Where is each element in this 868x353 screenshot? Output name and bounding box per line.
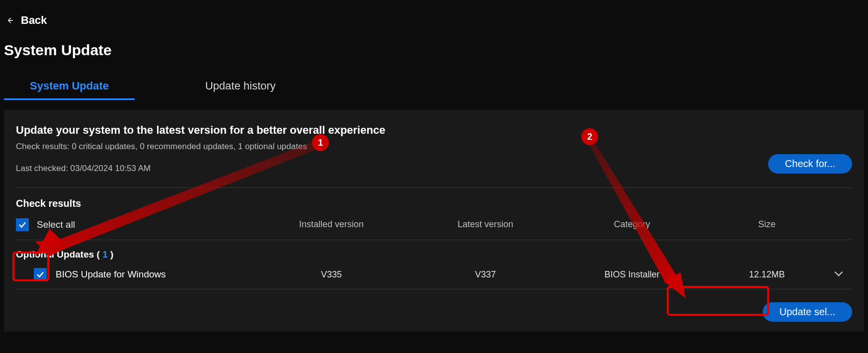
update-selected-button[interactable]: Update sel... — [763, 302, 852, 322]
optional-updates-group: Optional Updates ( 1 ) — [16, 249, 852, 260]
item-checkbox[interactable] — [34, 268, 47, 281]
tab-system-update[interactable]: System Update — [4, 80, 135, 100]
arrow-left-icon — [6, 16, 14, 24]
check-icon — [36, 270, 45, 279]
back-nav[interactable]: Back — [0, 0, 868, 27]
item-size: 12.12MB — [702, 269, 832, 280]
main-panel: Update your system to the latest version… — [4, 110, 864, 332]
table-header-row: Select all Installed version Latest vers… — [16, 216, 852, 240]
footer: Update sel... — [16, 302, 852, 322]
select-all-label: Select all — [37, 219, 75, 230]
page-title: System Update — [0, 27, 868, 59]
check-for-updates-button[interactable]: Check for... — [768, 154, 852, 174]
tabs: System Update Update history — [0, 59, 868, 100]
group-prefix: Optional Updates ( — [16, 249, 102, 260]
check-results-heading: Check results — [16, 198, 852, 209]
tab-update-history[interactable]: Update history — [179, 80, 302, 100]
panel-summary: Check results: 0 critical updates, 0 rec… — [16, 142, 385, 152]
results-table: Select all Installed version Latest vers… — [16, 216, 852, 289]
col-category: Category — [562, 219, 702, 230]
item-latest: V337 — [408, 269, 562, 280]
group-count: 1 — [102, 249, 108, 260]
col-size: Size — [702, 219, 832, 230]
last-checked: Last checked: 03/04/2024 10:53 AM — [16, 164, 385, 174]
back-label: Back — [21, 14, 47, 27]
col-installed: Installed version — [254, 219, 408, 230]
item-category: BIOS Installer — [562, 269, 702, 280]
check-icon — [18, 220, 27, 229]
col-latest: Latest version — [408, 219, 562, 230]
item-name: BIOS Update for Windows — [56, 269, 166, 280]
group-suffix: ) — [108, 249, 114, 260]
select-all-checkbox[interactable] — [16, 218, 29, 231]
table-row: BIOS Update for Windows V335 V337 BIOS I… — [16, 260, 852, 289]
chevron-down-icon[interactable] — [832, 267, 845, 280]
panel-heading: Update your system to the latest version… — [16, 124, 385, 137]
item-installed: V335 — [254, 269, 408, 280]
divider — [16, 187, 852, 188]
